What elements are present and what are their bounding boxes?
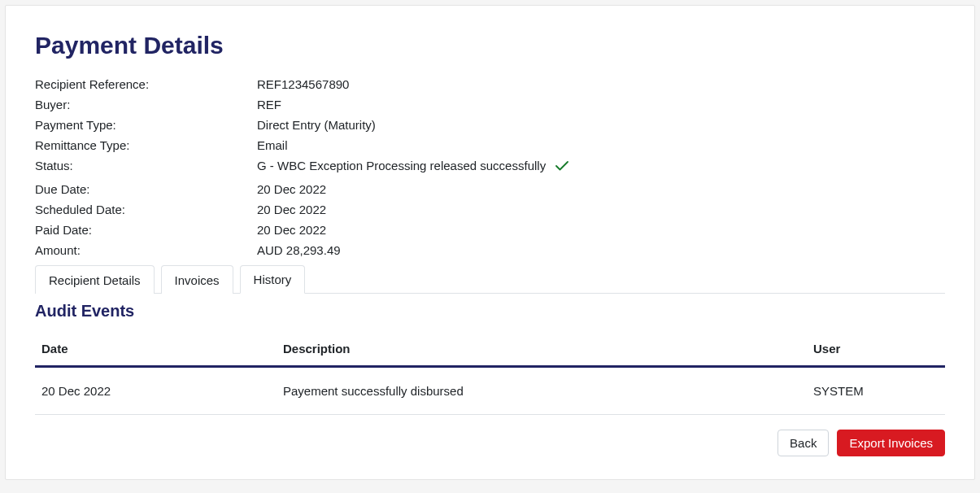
- label-amount: Amount:: [35, 243, 257, 257]
- detail-buyer: Buyer: REF: [35, 98, 945, 111]
- back-button[interactable]: Back: [777, 430, 829, 456]
- value-payment-type: Direct Entry (Maturity): [257, 118, 376, 132]
- value-recipient-reference: REF1234567890: [257, 77, 349, 91]
- detail-amount: Amount: AUD 28,293.49: [35, 243, 945, 257]
- detail-status: Status: G - WBC Exception Processing rel…: [35, 159, 945, 172]
- export-invoices-button[interactable]: Export Invoices: [837, 430, 945, 456]
- page-title: Payment Details: [35, 32, 945, 59]
- value-status: G - WBC Exception Processing released su…: [257, 159, 568, 172]
- label-buyer: Buyer:: [35, 98, 257, 111]
- tab-invoices[interactable]: Invoices: [161, 265, 233, 294]
- value-paid-date: 20 Dec 2022: [257, 223, 326, 237]
- status-text: G - WBC Exception Processing released su…: [257, 159, 546, 172]
- check-icon: [555, 160, 568, 172]
- payment-details-page: Payment Details Recipient Reference: REF…: [5, 5, 975, 480]
- detail-scheduled-date: Scheduled Date: 20 Dec 2022: [35, 203, 945, 216]
- label-paid-date: Paid Date:: [35, 223, 257, 237]
- value-buyer: REF: [257, 98, 281, 111]
- cell-date: 20 Dec 2022: [35, 367, 277, 415]
- cell-description: Payement successfully disbursed: [277, 367, 807, 415]
- detail-due-date: Due Date: 20 Dec 2022: [35, 182, 945, 196]
- value-remittance-type: Email: [257, 138, 288, 152]
- detail-payment-type: Payment Type: Direct Entry (Maturity): [35, 118, 945, 132]
- details-block: Recipient Reference: REF1234567890 Buyer…: [35, 77, 945, 257]
- tab-history[interactable]: History: [240, 265, 306, 294]
- value-amount: AUD 28,293.49: [257, 243, 341, 257]
- cell-user: SYSTEM: [807, 367, 945, 415]
- audit-events-heading: Audit Events: [35, 302, 945, 321]
- label-payment-type: Payment Type:: [35, 118, 257, 132]
- detail-remittance-type: Remittance Type: Email: [35, 138, 945, 152]
- detail-recipient-reference: Recipient Reference: REF1234567890: [35, 77, 945, 91]
- table-row: 20 Dec 2022 Payement successfully disbur…: [35, 367, 945, 415]
- col-header-date: Date: [35, 332, 277, 367]
- label-remittance-type: Remittance Type:: [35, 138, 257, 152]
- col-header-description: Description: [277, 332, 807, 367]
- detail-paid-date: Paid Date: 20 Dec 2022: [35, 223, 945, 237]
- value-due-date: 20 Dec 2022: [257, 182, 326, 196]
- tabs: Recipient Details Invoices History: [35, 265, 945, 294]
- value-scheduled-date: 20 Dec 2022: [257, 203, 326, 216]
- tab-recipient-details[interactable]: Recipient Details: [35, 265, 155, 294]
- label-due-date: Due Date:: [35, 182, 257, 196]
- label-recipient-reference: Recipient Reference:: [35, 77, 257, 91]
- label-status: Status:: [35, 159, 257, 172]
- audit-events-table: Date Description User 20 Dec 2022 Payeme…: [35, 332, 945, 415]
- label-scheduled-date: Scheduled Date:: [35, 203, 257, 216]
- footer-actions: Back Export Invoices: [35, 430, 945, 456]
- col-header-user: User: [807, 332, 945, 367]
- table-header-row: Date Description User: [35, 332, 945, 367]
